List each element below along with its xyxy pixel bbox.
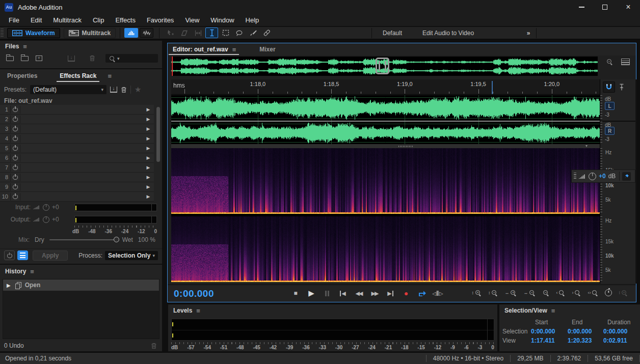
effects-slot-power-button[interactable] <box>10 106 20 114</box>
effects-slot-arrow-icon[interactable]: ▶ <box>143 136 154 141</box>
skip-to-end-button[interactable]: ▶ <box>385 288 396 298</box>
effects-slot-arrow-icon[interactable]: ▶ <box>143 117 154 122</box>
waveform-left-channel[interactable] <box>171 95 600 121</box>
files-search-input[interactable]: ▾ <box>105 54 158 63</box>
output-gain-knob[interactable] <box>43 216 49 223</box>
files-panel-menu-icon[interactable]: ≡ <box>23 43 27 50</box>
hud-gain-knob[interactable] <box>589 173 596 180</box>
menu-item[interactable]: File <box>3 16 25 24</box>
zoom-in-at-in-point-button[interactable]: ‹ <box>556 289 565 296</box>
channel-left-button[interactable]: L <box>605 102 615 110</box>
effects-slot-power-button[interactable] <box>10 125 20 133</box>
effects-slot-arrow-icon[interactable]: ▶ <box>143 165 154 170</box>
zoom-in-horizontal-button[interactable]: ↔+ <box>504 289 517 296</box>
hud-pin-button[interactable] <box>622 172 631 181</box>
effects-slot-power-button[interactable] <box>10 174 20 181</box>
effects-slot-power-button[interactable] <box>10 193 20 201</box>
zoom-out-horizontal-button[interactable]: ↔− <box>523 289 536 296</box>
menu-item[interactable]: Edit <box>25 16 47 24</box>
display-options-icon[interactable] <box>621 59 630 65</box>
workspace-default[interactable]: Default <box>374 30 411 37</box>
fast-forward-button[interactable]: ▶▶ <box>369 288 380 298</box>
maximize-button[interactable] <box>593 0 617 14</box>
zoom-to-selection-button[interactable]: ‹› <box>588 289 598 296</box>
marquee-selection-tool[interactable] <box>219 27 232 38</box>
scrollbar-thumb[interactable] <box>156 107 160 162</box>
spot-healing-brush-tool[interactable] <box>260 27 273 38</box>
effects-slot-arrow-icon[interactable]: ▶ <box>143 175 154 180</box>
effects-slot-arrow-icon[interactable]: ▶ <box>143 194 154 199</box>
waveform-right-channel[interactable] <box>171 122 600 144</box>
ruler-unit-label[interactable]: hms <box>173 82 185 89</box>
zoom-out-full-button[interactable]: − <box>542 289 549 296</box>
effects-slot-power-button[interactable] <box>10 135 20 143</box>
move-tool[interactable] <box>164 27 177 38</box>
paintbrush-selection-tool[interactable] <box>247 27 259 38</box>
effects-slot-arrow-icon[interactable]: ▶ <box>143 146 154 151</box>
history-panel-menu-icon[interactable]: ≡ <box>30 268 34 275</box>
levels-meter[interactable] <box>171 319 494 341</box>
zoom-in-at-out-point-button[interactable]: › <box>572 289 581 296</box>
effects-slot-power-button[interactable] <box>10 183 20 191</box>
effects-slot-power-button[interactable] <box>10 116 20 123</box>
zoom-in-vertical-button[interactable]: ↕+ <box>471 289 482 296</box>
time-stretch-tool[interactable] <box>192 27 204 38</box>
tab-effects-rack[interactable]: Effects Rack <box>52 69 103 82</box>
overview-navigator[interactable] <box>171 57 598 76</box>
effects-slot-power-button[interactable] <box>10 154 20 162</box>
selection-start-value[interactable]: 0:00.000 <box>531 328 568 335</box>
workspace-overflow-chevrons-icon[interactable]: » <box>521 30 536 37</box>
lasso-selection-tool[interactable] <box>233 27 246 38</box>
collapse-scale-icon[interactable]: ▾ <box>585 144 588 148</box>
record-button[interactable]: ● <box>401 288 412 298</box>
view-duration-value[interactable]: 0:02.911 <box>603 337 638 344</box>
stop-button[interactable]: ■ <box>290 288 301 298</box>
zoom-full-icon[interactable]: − <box>606 58 613 65</box>
effects-rack-menu-icon[interactable]: ≡ <box>108 72 112 80</box>
menu-item[interactable]: Favorites <box>141 16 179 24</box>
new-file-icon[interactable]: + <box>36 55 42 61</box>
spectrogram-left-channel[interactable] <box>171 148 600 214</box>
effects-slots-scrollbar[interactable] <box>156 106 161 201</box>
editor-panel-menu-icon[interactable]: ≡ <box>232 46 236 53</box>
process-dropdown[interactable]: Selection Only ▾ <box>105 251 158 260</box>
show-waveform-toggle[interactable] <box>140 28 153 38</box>
menu-item[interactable]: Clip <box>87 16 110 24</box>
effects-slot-arrow-icon[interactable]: ▶ <box>143 184 154 189</box>
zoom-out-vertical-button[interactable]: ↕− <box>488 289 498 296</box>
delete-preset-trash-icon[interactable] <box>121 87 127 93</box>
menu-item[interactable]: View <box>179 16 205 24</box>
toolbar-grip[interactable] <box>1 29 4 38</box>
menu-item[interactable]: Window <box>205 16 239 24</box>
marker-pin-icon[interactable] <box>619 83 625 91</box>
db-scale-right[interactable]: dB -∞ -3 R <box>600 122 636 144</box>
input-gain-knob[interactable] <box>43 204 49 211</box>
timed-record-button[interactable] <box>605 289 612 296</box>
loop-playback-button[interactable] <box>416 288 428 298</box>
menu-item[interactable]: Effects <box>110 16 141 24</box>
snap-toggle-button[interactable] <box>603 81 615 93</box>
wave-spectral-splitter[interactable] <box>171 144 600 148</box>
tab-mixer[interactable]: Mixer <box>252 46 282 53</box>
hud-gain-value[interactable]: +0 <box>599 173 606 180</box>
save-preset-icon[interactable]: ↓ <box>110 87 117 93</box>
import-file-icon[interactable] <box>21 56 29 61</box>
rack-list-toggle-button[interactable] <box>17 250 28 260</box>
multitrack-mode-button[interactable]: Multitrack <box>64 28 116 38</box>
rewind-button[interactable]: ◀◀ <box>353 288 364 298</box>
presets-dropdown[interactable]: (Default) ▾ <box>30 85 106 94</box>
time-selection-tool[interactable] <box>205 27 218 38</box>
waveform-mode-button[interactable]: Waveform <box>7 28 60 38</box>
pause-button[interactable] <box>322 288 333 298</box>
selection-duration-value[interactable]: 0:00.000 <box>603 328 638 335</box>
mix-slider[interactable] <box>49 239 117 240</box>
open-file-icon[interactable] <box>6 56 14 61</box>
db-scale-left[interactable]: dB -∞ -3 L <box>600 95 636 121</box>
view-start-value[interactable]: 1:17.411 <box>531 337 568 344</box>
freq-scale-right[interactable]: Hz 15k 10k 5k <box>600 216 636 282</box>
play-button[interactable]: ▶ <box>306 288 317 298</box>
apply-button[interactable]: Apply <box>33 250 68 261</box>
menu-item[interactable]: Multitrack <box>47 16 87 24</box>
splitter-handle-icon[interactable] <box>398 146 413 147</box>
spectrogram-right-channel[interactable] <box>171 216 600 282</box>
